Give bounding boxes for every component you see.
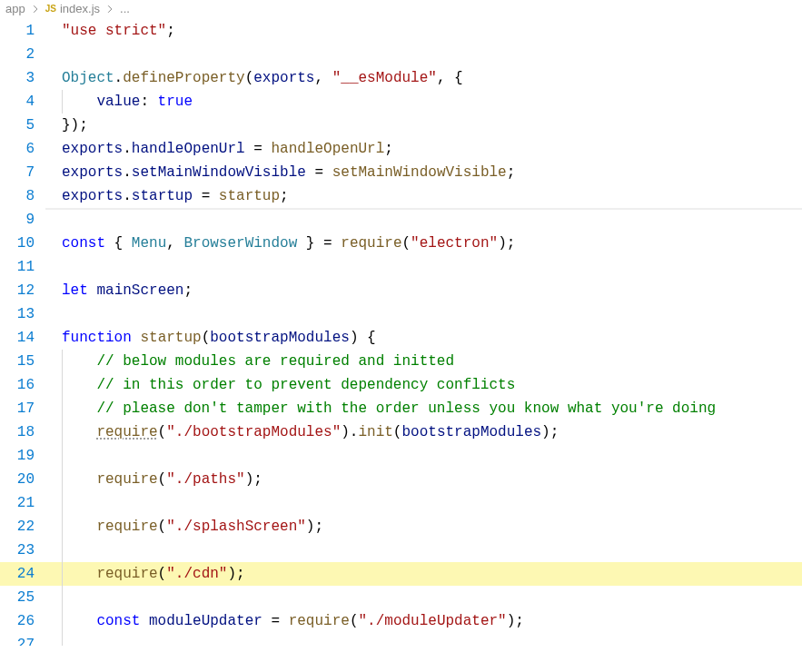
token-punct: ); [306,519,323,535]
token-str: "electron" [411,235,498,252]
code-line[interactable]: 24require("./cdn"); [0,562,802,586]
code-content[interactable]: // below modules are required and initte… [45,350,802,373]
token-punct [140,613,149,629]
line-number: 18 [0,420,45,444]
code-line[interactable]: 1"use strict"; [0,19,802,43]
code-line[interactable]: 26const moduleUpdater = require("./modul… [0,609,802,633]
token-fn: init [358,424,392,440]
code-line[interactable]: 19 [0,444,802,468]
code-line[interactable]: 5}); [0,114,802,137]
chevron-right-icon [105,5,114,14]
line-number: 11 [0,255,45,279]
code-line[interactable]: 25 [0,586,802,609]
token-punct: = [306,164,332,181]
code-content[interactable]: require("./cdn"); [45,562,802,586]
code-line[interactable]: 8exports.startup = startup; [0,184,802,208]
token-prop: handleOpenUrl [132,141,245,157]
code-line[interactable]: 12let mainScreen; [0,279,802,302]
token-fn: defineProperty [123,70,244,86]
code-line[interactable]: 6exports.handleOpenUrl = handleOpenUrl; [0,137,802,161]
code-content[interactable]: require("./splashScreen"); [45,515,802,539]
token-kw: let [62,282,88,299]
code-content[interactable]: function startup(bootstrapModules) { [45,326,802,350]
code-line[interactable]: 10const { Menu, BrowserWindow } = requir… [0,232,802,255]
code-line[interactable]: 16// in this order to prevent dependency… [0,373,802,397]
token-punct: ( [158,519,167,535]
token-kw: function [62,330,132,346]
code-content[interactable]: const { Menu, BrowserWindow } = require(… [45,232,802,255]
line-number: 8 [0,184,45,208]
code-line[interactable]: 9 [0,208,802,232]
code-line[interactable]: 15// below modules are required and init… [0,350,802,373]
breadcrumb-item-file[interactable]: JS index.js [45,2,100,15]
token-var: mainScreen [96,282,183,299]
line-number: 26 [0,609,45,633]
code-line[interactable]: 13 [0,302,802,326]
code-content[interactable]: value: true [45,90,802,114]
code-content[interactable] [45,586,802,609]
token-cls: Object [62,70,114,86]
line-number: 1 [0,19,45,43]
line-number: 19 [0,444,45,468]
token-punct: ( [158,471,167,488]
js-file-icon: JS [45,4,56,14]
token-var: value [96,94,140,110]
code-line[interactable]: 11 [0,255,802,279]
code-content[interactable] [45,491,802,515]
code-line[interactable]: 27 [0,633,802,646]
code-content[interactable] [45,539,802,562]
line-number: 16 [0,373,45,397]
code-line[interactable]: 21 [0,491,802,515]
token-fn: require [96,471,157,488]
token-punct [88,282,97,299]
code-content[interactable]: exports.setMainWindowVisible = setMainWi… [45,161,802,184]
code-line[interactable]: 14function startup(bootstrapModules) { [0,326,802,350]
line-number: 20 [0,468,45,491]
code-content[interactable]: // please don't tamper with the order un… [45,397,802,420]
line-number: 22 [0,515,45,539]
line-number: 25 [0,586,45,609]
code-content[interactable]: exports.startup = startup; [45,184,802,208]
code-line[interactable]: 18require("./bootstrapModules").init(boo… [0,420,802,444]
code-content[interactable]: const moduleUpdater = require("./moduleU… [45,609,802,633]
token-punct: ; [384,141,393,157]
code-line[interactable]: 22require("./splashScreen"); [0,515,802,539]
token-punct: . [114,70,124,86]
code-content[interactable]: }); [45,114,802,137]
line-number: 10 [0,232,45,255]
token-punct: = [262,613,289,629]
code-line[interactable]: 23 [0,539,802,562]
code-content[interactable]: "use strict"; [45,19,802,43]
line-number: 14 [0,326,45,350]
code-line[interactable]: 2 [0,43,802,66]
code-line[interactable]: 17// please don't tamper with the order … [0,397,802,420]
code-line[interactable]: 4value: true [0,90,802,114]
token-punct: { [105,235,132,252]
code-content[interactable] [45,633,802,646]
token-punct: , [166,235,183,252]
token-punct: = [245,141,272,157]
code-editor[interactable]: 1"use strict";23Object.defineProperty(ex… [0,19,802,646]
token-punct: ); [507,613,524,629]
code-line[interactable]: 20require("./paths"); [0,468,802,491]
breadcrumb-item[interactable]: ... [120,2,130,15]
token-var: exports [62,164,123,181]
breadcrumb[interactable]: app JS index.js ... [0,0,802,19]
code-content[interactable]: require("./paths"); [45,468,802,491]
code-content[interactable]: let mainScreen; [45,279,802,302]
code-content[interactable] [45,444,802,468]
code-content[interactable]: exports.handleOpenUrl = handleOpenUrl; [45,137,802,161]
token-fn: startup [219,188,280,204]
code-line[interactable]: 3Object.defineProperty(exports, "__esMod… [0,66,802,90]
token-prop: startup [132,188,193,204]
token-punct: . [123,164,132,181]
code-content[interactable]: Object.defineProperty(exports, "__esModu… [45,66,802,90]
token-fn: handleOpenUrl [271,141,384,157]
token-kw: true [158,94,193,110]
breadcrumb-item[interactable]: app [5,2,25,15]
token-punct: ; [183,282,193,299]
code-content[interactable]: require("./bootstrapModules").init(boots… [45,420,802,444]
code-content[interactable]: // in this order to prevent dependency c… [45,373,802,397]
code-line[interactable]: 7exports.setMainWindowVisible = setMainW… [0,161,802,184]
line-number: 5 [0,114,45,137]
